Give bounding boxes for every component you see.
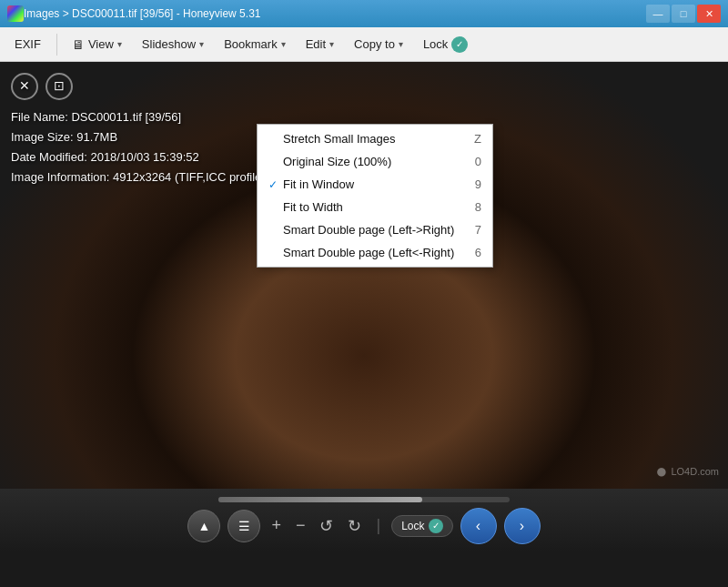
- watermark-text: LO4D.com: [671, 466, 719, 477]
- menu-item-double-rl-label: Smart Double page (Left<-Right): [283, 246, 454, 259]
- edit-button[interactable]: Edit ▾: [298, 32, 342, 57]
- slideshow-label: Slideshow: [142, 37, 196, 51]
- toolbar: EXIF 🖥 View ▾ Slideshow ▾ Bookmark ▾ Edi…: [0, 27, 728, 62]
- lock-button[interactable]: Lock ✓: [415, 32, 476, 57]
- slideshow-button[interactable]: Slideshow ▾: [134, 32, 212, 57]
- rotate-ccw-button[interactable]: ↺: [316, 516, 337, 536]
- chevron-down-icon-2: ▾: [199, 39, 204, 49]
- toolbar-separator-1: [56, 34, 57, 56]
- edit-label: Edit: [306, 37, 326, 51]
- menu-button[interactable]: ☰: [228, 510, 260, 542]
- prev-image-button[interactable]: ‹: [460, 508, 497, 544]
- menu-item-stretch-label: Stretch Small Images: [283, 132, 396, 146]
- bottom-controls: ▲ ☰ + − ↺ ↻ | Lock ✓ ‹ ›: [187, 508, 540, 544]
- view-label: View: [88, 37, 114, 51]
- menu-item-original-label: Original Size (100%): [283, 155, 391, 168]
- shortcut-stretch: Z: [474, 132, 481, 146]
- main-image-area: ✕ ⊡ File Name: DSC00011.tif [39/56] Imag…: [0, 62, 728, 552]
- menu-item-fit-window[interactable]: ✓ Fit in Window 9: [258, 173, 492, 196]
- menu-item-double-rl[interactable]: Smart Double page (Left<-Right) 6: [258, 241, 492, 264]
- exif-label: EXIF: [15, 37, 41, 51]
- progress-bar-fill: [218, 497, 422, 502]
- app-icon: [7, 5, 24, 22]
- maximize-button[interactable]: □: [672, 5, 695, 23]
- menu-item-double-lr-label: Smart Double page (Left->Right): [283, 223, 454, 237]
- zoom-out-button[interactable]: −: [292, 516, 309, 535]
- view-menu-button[interactable]: 🖥 View ▾: [64, 32, 130, 57]
- chevron-down-icon: ▾: [117, 39, 122, 49]
- progress-bar-container[interactable]: [218, 497, 510, 502]
- copy-overlay-button[interactable]: ⊡: [46, 73, 73, 100]
- menu-item-double-lr[interactable]: Smart Double page (Left->Right) 7: [258, 218, 492, 241]
- menu-item-original[interactable]: Original Size (100%) 0: [258, 150, 492, 173]
- separator-line: |: [372, 516, 384, 535]
- monitor-icon: 🖥: [72, 37, 85, 52]
- bookmark-label: Bookmark: [224, 37, 278, 51]
- menu-item-stretch[interactable]: Stretch Small Images Z: [258, 127, 492, 150]
- eject-button[interactable]: ▲: [187, 510, 220, 542]
- close-overlay-button[interactable]: ✕: [11, 73, 38, 100]
- lock-indicator[interactable]: Lock ✓: [391, 515, 452, 537]
- watermark-logo: ●: [655, 460, 667, 483]
- close-button[interactable]: ✕: [697, 5, 721, 23]
- shortcut-original: 0: [475, 155, 481, 168]
- chevron-down-icon-3: ▾: [281, 39, 286, 49]
- lock-label: Lock: [423, 37, 448, 51]
- lock-text: Lock: [401, 520, 424, 532]
- chevron-down-icon-4: ▾: [329, 39, 334, 49]
- shortcut-double-lr: 7: [475, 223, 481, 237]
- exif-button[interactable]: EXIF: [5, 34, 50, 55]
- menu-item-fit-window-label: Fit in Window: [283, 177, 354, 191]
- menu-item-fit-width[interactable]: Fit to Width 8: [258, 196, 492, 218]
- lock-check-icon: ✓: [451, 36, 468, 53]
- next-image-button[interactable]: ›: [504, 508, 541, 544]
- shortcut-fit-window: 9: [475, 177, 481, 191]
- bookmark-button[interactable]: Bookmark ▾: [216, 32, 294, 57]
- overlay-close-copy: ✕ ⊡: [11, 73, 337, 100]
- rotate-cw-button[interactable]: ↻: [344, 516, 365, 536]
- minimize-button[interactable]: —: [646, 5, 670, 23]
- shortcut-double-rl: 6: [475, 246, 481, 259]
- check-fit-window: ✓: [268, 178, 283, 191]
- copy-to-button[interactable]: Copy to ▾: [346, 32, 411, 57]
- watermark: ● LO4D.com: [655, 460, 719, 483]
- copy-to-label: Copy to: [354, 37, 395, 51]
- menu-item-fit-width-label: Fit to Width: [283, 200, 343, 214]
- window-title: Images > DSC00011.tif [39/56] - Honeyvie…: [24, 7, 646, 20]
- chevron-down-icon-5: ▾: [399, 39, 403, 49]
- window-controls: — □ ✕: [646, 5, 721, 23]
- shortcut-fit-width: 8: [475, 200, 481, 214]
- title-bar: Images > DSC00011.tif [39/56] - Honeyvie…: [0, 0, 728, 27]
- view-dropdown-menu: Stretch Small Images Z Original Size (10…: [257, 124, 493, 268]
- bottom-control-bar: ▲ ☰ + − ↺ ↻ | Lock ✓ ‹ ›: [0, 489, 728, 552]
- zoom-in-button[interactable]: +: [268, 516, 285, 535]
- lock-check-mark: ✓: [429, 519, 443, 533]
